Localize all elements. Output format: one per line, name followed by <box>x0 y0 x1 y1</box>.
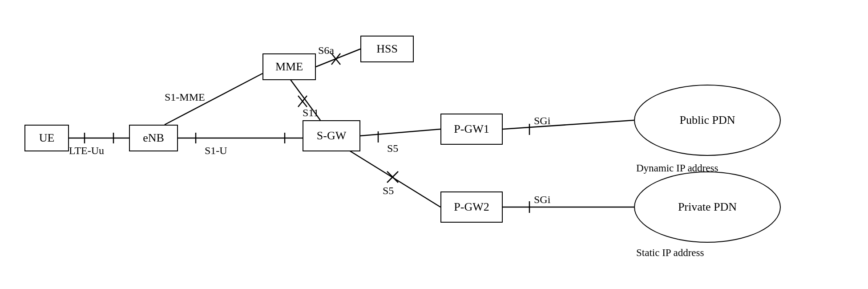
sgw-node: S-GW <box>303 120 360 151</box>
hss-label: HSS <box>376 42 398 56</box>
enb-label: eNB <box>143 131 164 145</box>
s1-u-label: S1-U <box>205 145 227 157</box>
enb-node: eNB <box>129 125 178 151</box>
private-pdn-node: Private PDN <box>634 171 781 243</box>
sgi-lower-label: SGi <box>534 194 550 206</box>
sgi-upper-label: SGi <box>534 115 550 127</box>
private-pdn-label: Private PDN <box>678 200 737 214</box>
mme-label: MME <box>275 60 303 73</box>
public-pdn-label: Public PDN <box>680 114 735 127</box>
ue-label: UE <box>39 131 55 145</box>
sgw-label: S-GW <box>317 129 346 142</box>
svg-line-13 <box>360 129 440 136</box>
s11-label: S11 <box>303 107 319 119</box>
s5-upper-label: S5 <box>387 142 398 155</box>
pgw2-node: P-GW2 <box>440 191 503 223</box>
s6a-label: S6a <box>318 45 334 57</box>
static-ip-label: Static IP address <box>636 247 704 259</box>
lte-uu-label: LTE-Uu <box>69 145 104 157</box>
dynamic-ip-label: Dynamic IP address <box>636 163 718 174</box>
s5-lower-label: S5 <box>383 185 394 197</box>
hss-node: HSS <box>360 36 414 62</box>
svg-line-18 <box>503 120 634 129</box>
pgw2-label: P-GW2 <box>454 200 489 214</box>
pgw1-node: P-GW1 <box>440 114 503 145</box>
network-diagram: UE eNB MME HSS S-GW P-GW1 P-GW2 Public P… <box>0 0 868 289</box>
ue-node: UE <box>24 125 69 151</box>
s1-mme-label: S1-MME <box>165 91 205 103</box>
public-pdn-node: Public PDN <box>634 85 781 156</box>
pgw1-label: P-GW1 <box>454 122 489 136</box>
mme-node: MME <box>262 53 316 80</box>
